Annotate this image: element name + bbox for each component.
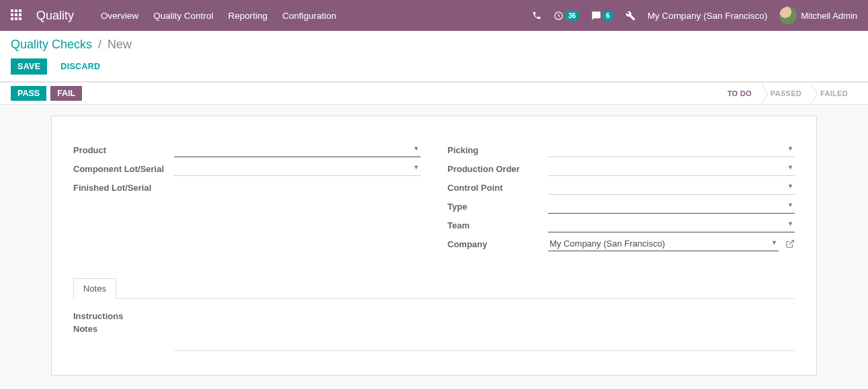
breadcrumb: Quality Checks / New [11, 38, 857, 52]
external-link-icon[interactable] [785, 239, 795, 249]
label-notes: Notes [73, 324, 174, 334]
row-team: Team ▼ [447, 216, 795, 234]
action-row: SAVE DISCARD [11, 58, 857, 81]
nav-link-configuration[interactable]: Configuration [282, 11, 336, 21]
form-col-left: Product ▼ Component Lot/Serial ▼ Finishe… [73, 140, 421, 253]
app-brand[interactable]: Quality [36, 9, 74, 23]
label-component-lot: Component Lot/Serial [73, 164, 174, 174]
field-company[interactable]: ▼ [548, 236, 779, 251]
input-component-lot[interactable] [174, 161, 421, 176]
label-finished-lot: Finished Lot/Serial [73, 183, 174, 193]
label-production-order: Production Order [447, 164, 548, 174]
input-control-point[interactable] [548, 180, 795, 195]
pass-button[interactable]: PASS [11, 86, 46, 101]
row-company: Company ▼ [447, 234, 795, 253]
debug-icon[interactable] [625, 11, 636, 21]
avatar [779, 7, 797, 24]
status-bar: PASS FAIL TO DO PASSED FAILED [0, 82, 868, 105]
stage-todo[interactable]: TO DO [718, 83, 761, 104]
form-sheet: Product ▼ Component Lot/Serial ▼ Finishe… [51, 116, 817, 376]
label-company: Company [447, 239, 548, 249]
field-type[interactable]: ▼ [548, 199, 795, 214]
status-buttons: PASS FAIL [0, 83, 82, 104]
row-instructions: Instructions [73, 311, 795, 321]
input-type[interactable] [548, 199, 795, 214]
label-team: Team [447, 220, 548, 230]
row-product: Product ▼ [73, 140, 421, 159]
breadcrumb-parent[interactable]: Quality Checks [11, 38, 92, 51]
row-component-lot: Component Lot/Serial ▼ [73, 159, 421, 178]
user-menu[interactable]: Mitchell Admin [779, 7, 857, 24]
company-switcher[interactable]: My Company (San Francisco) [648, 11, 768, 21]
row-picking: Picking ▼ [447, 140, 795, 159]
phone-icon[interactable] [532, 11, 541, 20]
nav-link-reporting[interactable]: Reporting [228, 11, 268, 21]
activity-icon[interactable]: 36 [554, 11, 579, 21]
label-product: Product [73, 145, 174, 155]
activity-badge: 36 [565, 11, 579, 21]
label-type: Type [447, 202, 548, 212]
top-nav: Quality Overview Quality Control Reporti… [0, 0, 868, 31]
nav-right: 36 6 My Company (San Francisco) Mitchell… [532, 7, 857, 24]
stage-failed[interactable]: FAILED [811, 83, 857, 104]
messaging-badge: 6 [603, 11, 613, 21]
field-notes[interactable] [174, 324, 795, 351]
user-name: Mitchell Admin [801, 11, 857, 21]
input-production-order[interactable] [548, 161, 795, 176]
input-picking[interactable] [548, 142, 795, 157]
row-production-order: Production Order ▼ [447, 159, 795, 178]
tabs: Notes [73, 277, 795, 299]
input-product[interactable] [174, 142, 421, 157]
save-button[interactable]: SAVE [11, 58, 47, 75]
form-grid: Product ▼ Component Lot/Serial ▼ Finishe… [73, 140, 795, 253]
label-picking: Picking [447, 145, 548, 155]
form-col-right: Picking ▼ Production Order ▼ Control Poi… [447, 140, 795, 253]
row-finished-lot: Finished Lot/Serial [73, 178, 421, 197]
row-control-point: Control Point ▼ [447, 178, 795, 197]
input-company[interactable] [548, 236, 779, 251]
header-area: Quality Checks / New SAVE DISCARD [0, 31, 868, 82]
tab-content-notes: Instructions Notes [73, 299, 795, 351]
row-type: Type ▼ [447, 197, 795, 216]
nav-link-overview[interactable]: Overview [101, 11, 138, 21]
field-team[interactable]: ▼ [548, 218, 795, 232]
nav-link-quality-control[interactable]: Quality Control [153, 11, 213, 21]
sheet-wrap: Product ▼ Component Lot/Serial ▼ Finishe… [0, 105, 868, 386]
field-component-lot[interactable]: ▼ [174, 161, 421, 176]
discard-button[interactable]: DISCARD [54, 58, 107, 75]
stage-passed[interactable]: PASSED [761, 83, 811, 104]
input-team[interactable] [548, 218, 795, 232]
tab-notes[interactable]: Notes [73, 278, 116, 299]
field-production-order[interactable]: ▼ [548, 161, 795, 176]
label-instructions: Instructions [73, 311, 174, 321]
field-control-point[interactable]: ▼ [548, 180, 795, 195]
field-picking[interactable]: ▼ [548, 142, 795, 157]
row-notes: Notes [73, 324, 795, 351]
apps-icon[interactable] [11, 9, 23, 21]
messaging-icon[interactable]: 6 [591, 11, 613, 21]
breadcrumb-current: New [107, 38, 132, 51]
nav-links: Overview Quality Control Reporting Confi… [101, 11, 336, 21]
label-control-point: Control Point [447, 183, 548, 193]
fail-button[interactable]: FAIL [50, 86, 82, 101]
status-stages: TO DO PASSED FAILED [718, 83, 868, 104]
field-product[interactable]: ▼ [174, 142, 421, 157]
svg-line-1 [789, 241, 793, 245]
